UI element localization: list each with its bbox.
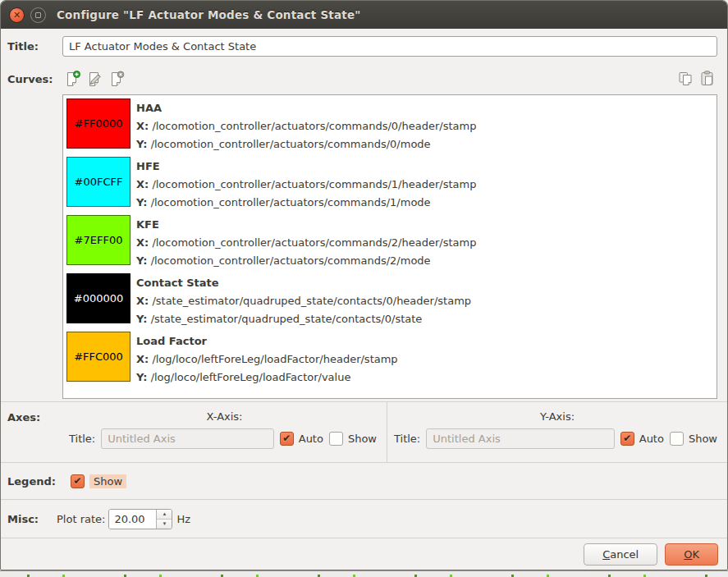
curve-list-item[interactable]: #000000 Contact State X: /state_estimato… xyxy=(63,270,717,328)
plot-rate-unit: Hz xyxy=(176,513,190,525)
close-button[interactable]: ✕ xyxy=(9,7,25,23)
y-axis-auto-checkbox[interactable]: ✔ xyxy=(620,432,634,446)
curve-y-path: /log/loco/leftForeLeg/loadFactor/value xyxy=(151,371,351,383)
curve-x-label: X: xyxy=(136,353,149,365)
spin-up-button[interactable]: ▲ xyxy=(157,510,172,520)
background-window-strip xyxy=(0,570,728,577)
add-curve-icon xyxy=(64,71,81,88)
titlebar[interactable]: ✕ Configure "LF Actuator Modes & Contact… xyxy=(1,1,727,29)
remove-curve-icon xyxy=(108,71,126,88)
screen: ✕ Configure "LF Actuator Modes & Contact… xyxy=(0,0,728,577)
y-axis-show-checkbox[interactable] xyxy=(670,432,684,446)
ok-button[interactable]: OK xyxy=(665,543,718,566)
copy-icon xyxy=(676,70,694,88)
curve-list-item[interactable]: #FFC000 Load Factor X: /log/loco/leftFor… xyxy=(63,328,717,387)
curve-x-path: /locomotion_controller/actuators/command… xyxy=(152,236,476,249)
plot-rate-label: Plot rate: xyxy=(57,513,105,525)
curve-y-label: Y: xyxy=(136,138,147,150)
x-axis-auto-label: Auto xyxy=(299,433,323,445)
curve-y-path: /locomotion_controller/actuators/command… xyxy=(151,138,431,150)
close-icon: ✕ xyxy=(13,11,21,20)
misc-label: Misc: xyxy=(7,513,57,525)
curve-color-swatch[interactable]: #00FCFF xyxy=(66,157,130,207)
curve-y-row: Y: /locomotion_controller/actuators/comm… xyxy=(136,252,476,270)
curve-y-path: /state_estimator/quadruped_state/contact… xyxy=(151,313,423,325)
curve-y-label: Y: xyxy=(136,371,147,383)
curve-name: Load Factor xyxy=(136,332,398,350)
curve-name: KFE xyxy=(136,216,476,234)
curve-x-path: /locomotion_controller/actuators/command… xyxy=(152,120,476,132)
curve-list[interactable]: #FF0000 HAA X: /locomotion_controller/ac… xyxy=(62,94,717,399)
curve-y-row: Y: /locomotion_controller/actuators/comm… xyxy=(136,135,476,153)
legend-show-checkbox[interactable]: ✔ xyxy=(71,474,85,488)
curve-y-row: Y: /locomotion_controller/actuators/comm… xyxy=(136,194,476,212)
axes-label: Axes: xyxy=(1,402,62,463)
curve-y-label: Y: xyxy=(136,313,147,325)
curve-y-path: /locomotion_controller/actuators/command… xyxy=(151,254,431,267)
y-axis-auto-label: Auto xyxy=(639,433,664,445)
x-axis-header: X-Axis: xyxy=(62,402,387,423)
spin-down-button[interactable]: ▼ xyxy=(157,520,172,529)
curve-y-label: Y: xyxy=(136,254,147,267)
copy-curves-button[interactable] xyxy=(675,69,695,89)
curve-x-path: /locomotion_controller/actuators/command… xyxy=(152,178,476,190)
curve-x-label: X: xyxy=(136,178,149,190)
curve-color-swatch[interactable]: #FFC000 xyxy=(66,332,130,382)
maximize-button[interactable] xyxy=(30,7,46,23)
x-axis-title-input[interactable] xyxy=(101,428,273,449)
add-curve-button[interactable] xyxy=(62,69,82,89)
cancel-button[interactable]: Cancel xyxy=(584,543,657,566)
curve-color-swatch[interactable]: #7EFF00 xyxy=(66,215,130,265)
y-axis-header: Y-Axis: xyxy=(387,402,727,423)
configure-dialog: ✕ Configure "LF Actuator Modes & Contact… xyxy=(0,0,728,570)
curve-x-row: X: /log/loco/leftForeLeg/loadFactor/head… xyxy=(136,350,398,369)
x-axis-auto-checkbox[interactable]: ✔ xyxy=(280,432,294,446)
curve-color-swatch[interactable]: #000000 xyxy=(66,273,130,323)
curve-color-swatch[interactable]: #FF0000 xyxy=(66,98,130,149)
curve-y-row: Y: /state_estimator/quadruped_state/cont… xyxy=(136,310,471,328)
maximize-icon xyxy=(35,12,41,18)
x-axis-show-label: Show xyxy=(348,433,377,445)
title-label: Title: xyxy=(7,40,62,53)
window-title: Configure "LF Actuator Modes & Contact S… xyxy=(57,8,361,21)
curve-name: Contact State xyxy=(136,274,471,292)
curve-list-item[interactable]: #00FCFF HFE X: /locomotion_controller/ac… xyxy=(63,153,717,212)
paste-icon xyxy=(698,70,717,88)
curve-x-path: /state_estimator/quadruped_state/contact… xyxy=(152,295,471,307)
y-axis-title-label: Title: xyxy=(394,433,420,445)
legend-label: Legend: xyxy=(7,475,62,488)
plot-rate-input[interactable] xyxy=(109,510,156,529)
plot-rate-spinbox[interactable]: ▲ ▼ xyxy=(108,509,172,529)
title-input[interactable] xyxy=(62,36,717,57)
legend-show-label: Show xyxy=(89,474,126,488)
curve-x-label: X: xyxy=(136,120,149,132)
curves-label: Curves: xyxy=(7,73,62,85)
curve-x-row: X: /state_estimator/quadruped_state/cont… xyxy=(136,292,471,310)
x-axis-group: X-Axis: Title: ✔ Auto Show xyxy=(62,402,387,463)
curve-x-label: X: xyxy=(136,295,149,307)
curve-y-label: Y: xyxy=(136,196,147,208)
x-axis-show-checkbox[interactable] xyxy=(329,432,343,446)
curve-x-path: /log/loco/leftForeLeg/loadFactor/header/… xyxy=(152,353,397,365)
curve-x-label: X: xyxy=(136,236,149,249)
edit-curve-icon xyxy=(86,71,103,88)
curve-name: HFE xyxy=(136,158,476,176)
y-axis-group: Y-Axis: Title: ✔ Auto Show xyxy=(387,402,727,463)
curve-x-row: X: /locomotion_controller/actuators/comm… xyxy=(136,234,476,252)
y-axis-title-input[interactable] xyxy=(426,428,614,449)
curve-y-row: Y: /log/loco/leftForeLeg/loadFactor/valu… xyxy=(136,369,398,387)
spin-down-icon: ▼ xyxy=(162,521,167,526)
spin-up-icon: ▲ xyxy=(162,511,167,516)
curve-list-item[interactable]: #FF0000 HAA X: /locomotion_controller/ac… xyxy=(63,95,717,153)
curve-x-row: X: /locomotion_controller/actuators/comm… xyxy=(136,117,476,135)
x-axis-title-label: Title: xyxy=(69,433,95,445)
curve-name: HAA xyxy=(136,99,476,117)
curve-x-row: X: /locomotion_controller/actuators/comm… xyxy=(136,176,476,194)
remove-curve-button[interactable] xyxy=(107,69,126,89)
edit-curve-button[interactable] xyxy=(85,69,104,89)
curve-list-item[interactable]: #7EFF00 KFE X: /locomotion_controller/ac… xyxy=(63,212,717,270)
curve-y-path: /locomotion_controller/actuators/command… xyxy=(151,196,431,208)
y-axis-show-label: Show xyxy=(689,433,717,445)
paste-curves-button[interactable] xyxy=(698,69,717,89)
